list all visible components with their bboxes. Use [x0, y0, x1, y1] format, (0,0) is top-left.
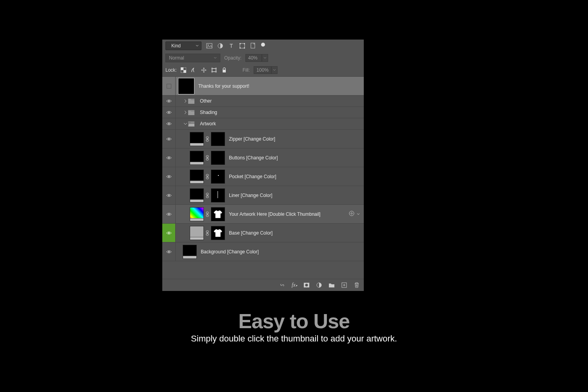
layer-row[interactable]: Other [162, 96, 364, 107]
lock-artboard-icon[interactable] [211, 67, 217, 73]
visibility-toggle[interactable] [162, 118, 176, 129]
layer-thumbnail[interactable] [183, 245, 197, 259]
visibility-toggle[interactable] [162, 167, 176, 186]
link-icon[interactable] [205, 155, 209, 161]
link-layers-icon[interactable] [279, 282, 285, 288]
layer-mask-thumbnail[interactable] [211, 188, 225, 202]
lock-position-icon[interactable] [201, 67, 207, 73]
visibility-toggle[interactable] [162, 148, 176, 167]
layers-empty-area[interactable] [162, 261, 364, 279]
filter-shape-icon[interactable] [239, 43, 245, 49]
lock-image-icon[interactable] [191, 67, 196, 73]
layer-row[interactable]: Pocket [Change Color] [162, 167, 364, 186]
svg-point-36 [168, 195, 170, 196]
visibility-toggle[interactable] [162, 130, 176, 148]
eye-icon [166, 99, 172, 103]
delete-layer-icon[interactable] [354, 282, 360, 288]
layer-name[interactable]: Artwork [200, 121, 216, 126]
layer-row[interactable]: Buttons [Change Color] [162, 148, 364, 167]
filter-adjustment-icon[interactable] [217, 43, 223, 49]
svg-point-46 [168, 232, 170, 234]
caption-title: Easy to Use [0, 309, 588, 333]
layer-name[interactable]: Base [Change Color] [229, 230, 272, 236]
lock-transparency-icon[interactable] [181, 67, 186, 73]
visibility-toggle[interactable] [162, 186, 176, 204]
layer-row[interactable]: Base [Change Color] [162, 224, 364, 242]
filter-type-icon[interactable]: T [228, 43, 234, 49]
link-icon[interactable] [205, 136, 209, 142]
layer-name[interactable]: Pocket [Change Color] [229, 174, 276, 179]
layer-mask-thumbnail[interactable] [211, 207, 225, 221]
layers-panel: Kind T Normal Opacity: 40% Lock: [162, 40, 364, 291]
layer-name[interactable]: Your Artwork Here [Double Click Thumbnai… [229, 211, 320, 217]
layer-mask-thumbnail[interactable] [211, 170, 225, 184]
blend-mode-dropdown[interactable]: Normal [165, 54, 220, 62]
visibility-toggle[interactable] [162, 205, 176, 223]
eye-icon [166, 250, 172, 254]
opacity-input[interactable]: 40% [245, 54, 262, 62]
layer-thumbnail[interactable] [178, 78, 194, 94]
layer-row[interactable]: Thanks for your support! [162, 77, 364, 96]
opacity-dropdown-toggle[interactable] [262, 54, 268, 62]
fill-input[interactable]: 100% [254, 66, 271, 74]
folder-icon [188, 110, 194, 115]
layer-mask-thumbnail[interactable] [211, 132, 225, 146]
layer-thumbnail[interactable] [190, 151, 204, 165]
layer-mask-thumbnail[interactable] [211, 151, 225, 165]
layer-name[interactable]: Buttons [Change Color] [229, 155, 278, 161]
link-icon[interactable] [205, 211, 209, 217]
layer-name[interactable]: Zipper [Change Color] [229, 136, 275, 142]
layer-row[interactable]: Liner [Change Color] [162, 186, 364, 205]
layer-mask-thumbnail[interactable] [211, 226, 225, 240]
layer-thumbnail[interactable] [190, 226, 204, 240]
fill-dropdown-toggle[interactable] [271, 66, 278, 74]
link-icon[interactable] [205, 193, 209, 198]
caption: Easy to Use Simply double click the thum… [0, 309, 588, 344]
layer-name[interactable]: Shading [200, 110, 217, 115]
link-icon[interactable] [205, 174, 209, 179]
layer-name[interactable]: Other [200, 98, 212, 104]
fill-label: Fill: [243, 67, 250, 73]
new-layer-icon[interactable] [341, 282, 347, 288]
disclosure-toggle[interactable] [183, 110, 188, 114]
layer-name[interactable]: Thanks for your support! [198, 83, 249, 89]
svg-point-40 [168, 213, 170, 215]
chevron-down-icon[interactable] [357, 213, 360, 216]
smart-filter-icon[interactable] [349, 211, 354, 218]
opacity-label: Opacity: [224, 55, 241, 61]
visibility-toggle[interactable] [162, 77, 176, 95]
svg-point-3 [208, 45, 209, 45]
eye-icon [166, 193, 172, 197]
layer-row[interactable]: Background [Change Color] [162, 242, 364, 261]
layer-name[interactable]: Background [Change Color] [201, 249, 259, 255]
layer-thumbnail[interactable] [190, 170, 204, 184]
disclosure-toggle[interactable] [183, 122, 188, 125]
disclosure-toggle[interactable] [183, 99, 188, 103]
visibility-toggle[interactable] [162, 107, 176, 118]
eye-icon [166, 110, 172, 114]
layer-row[interactable]: Your Artwork Here [Double Click Thumbnai… [162, 205, 364, 224]
filter-kind-dropdown[interactable]: Kind [165, 42, 201, 50]
layer-thumbnail[interactable] [190, 132, 204, 146]
chevron-down-icon [214, 56, 217, 60]
visibility-toggle[interactable] [162, 96, 176, 107]
blend-mode-value: Normal [169, 55, 184, 61]
visibility-toggle[interactable] [162, 242, 176, 261]
link-icon[interactable] [205, 230, 209, 236]
layer-thumbnail[interactable] [190, 207, 204, 221]
add-mask-icon[interactable] [303, 282, 310, 288]
layer-effects-icon[interactable]: fx▾ [292, 282, 297, 288]
new-adjustment-icon[interactable] [316, 282, 322, 288]
filter-pixel-icon[interactable] [206, 43, 212, 49]
filter-smartobject-icon[interactable] [250, 43, 256, 49]
lock-all-icon[interactable] [221, 67, 227, 73]
layer-thumbnail[interactable] [190, 188, 204, 202]
layer-name[interactable]: Liner [Change Color] [229, 193, 272, 198]
visibility-toggle[interactable] [162, 224, 176, 242]
filter-artboard-icon[interactable] [261, 43, 265, 47]
layer-row[interactable]: Zipper [Change Color] [162, 130, 364, 148]
eye-icon [166, 175, 172, 179]
new-group-icon[interactable] [328, 282, 335, 288]
layer-row[interactable]: Artwork [162, 118, 364, 130]
layer-row[interactable]: Shading [162, 107, 364, 118]
